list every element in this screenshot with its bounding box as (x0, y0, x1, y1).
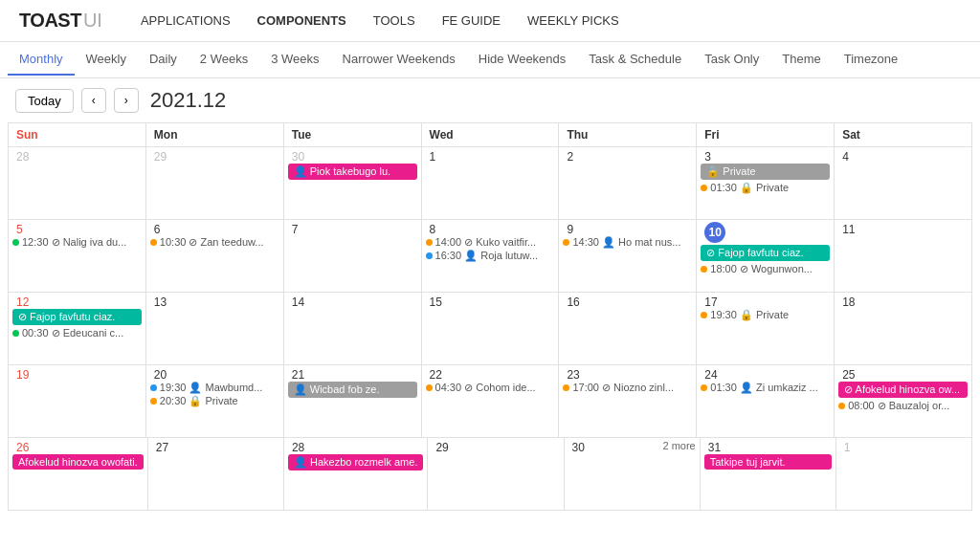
table-row[interactable]: 26 Afokelud hinozva owofati. (9, 438, 148, 511)
tab-monthly[interactable]: Monthly (8, 44, 75, 76)
date-num: 19 (12, 366, 33, 383)
event[interactable]: 🔒 Private (701, 164, 830, 180)
table-row[interactable]: 7 (284, 220, 422, 293)
table-row[interactable]: 22 04:30 ⊘ Cohom ide... (422, 365, 560, 438)
table-row[interactable]: 10 ⊘ Fajop favfutu ciaz. 18:00 ⊘ Wogunwo… (697, 220, 835, 293)
date-num: 14 (288, 294, 308, 311)
nav-fe-guide[interactable]: FE GUIDE (442, 13, 501, 28)
tab-timezone[interactable]: Timezone (833, 44, 910, 76)
nav-applications[interactable]: APPLICATIONS (141, 13, 231, 28)
table-row[interactable]: 29 (428, 438, 564, 511)
event[interactable]: ⊘ Fajop favfutu ciaz. (701, 245, 830, 261)
today-button[interactable]: Today (15, 89, 74, 113)
nav-weekly-picks[interactable]: WEEKLY PICKS (527, 13, 619, 28)
tab-daily[interactable]: Daily (138, 44, 189, 76)
date-num: 30 (288, 148, 308, 165)
table-row[interactable]: 3 🔒 Private 01:30 🔒 Private (697, 147, 835, 220)
date-num: 1 (426, 148, 440, 165)
date-num: 7 (288, 221, 302, 238)
table-row[interactable]: 14 (284, 293, 422, 365)
cal-title: 2021.12 (150, 88, 227, 113)
table-row[interactable]: 23 17:00 ⊘ Niozno zinl... (559, 365, 697, 438)
logo: TOAST UI (19, 10, 102, 32)
nav-components[interactable]: COMPONENTS (257, 13, 346, 28)
table-row[interactable]: 2 (559, 147, 697, 220)
table-row[interactable]: 11 (835, 220, 972, 293)
day-headers: Sun Mon Tue Wed Thu Fri Sat (8, 122, 972, 147)
nav-tools[interactable]: TOOLS (373, 13, 415, 28)
week-row-4: 19 20 19:30 👤 Mawbumd... 20:30 🔒 Private… (8, 365, 972, 438)
week-row-1: 28 29 30 👤 Piok takebugo lu. 1 2 3 🔒 Pri… (8, 147, 972, 220)
table-row[interactable]: 5 12:30 ⊘ Nalig iva du... (9, 220, 146, 293)
table-row[interactable]: 25 ⊘ Afokelud hinozva ow... 08:00 ⊘ Bauz… (835, 365, 972, 438)
header-thu: Thu (559, 123, 697, 147)
table-row[interactable]: 20 19:30 👤 Mawbumd... 20:30 🔒 Private (146, 365, 284, 438)
date-num: 15 (426, 294, 446, 311)
nav-links: APPLICATIONS COMPONENTS TOOLS FE GUIDE W… (141, 13, 619, 28)
event-dot: 16:30 👤 Roja lutuw... (426, 250, 555, 262)
date-num: 29 (432, 439, 452, 456)
more-events-link[interactable]: 2 more (662, 440, 695, 451)
date-num: 2 (563, 148, 577, 165)
date-num: 25 (838, 366, 858, 383)
tab-task-schedule[interactable]: Task & Schedule (577, 44, 693, 76)
event[interactable]: ⊘ Afokelud hinozva ow... (838, 382, 968, 398)
cal-header: Today ‹ › 2021.12 (0, 78, 980, 122)
table-row[interactable]: 12 ⊘ Fajop favfutu ciaz. 00:30 ⊘ Edeucan… (9, 293, 146, 365)
event[interactable]: Tatkipe tuj jarvit. (704, 454, 832, 470)
table-row[interactable]: 13 (146, 293, 284, 365)
table-row[interactable]: 17 19:30 🔒 Private (697, 293, 835, 365)
event[interactable]: 👤 Piok takebugo lu. (288, 164, 417, 180)
table-row[interactable]: 24 01:30 👤 Zi umkaziz ... (697, 365, 835, 438)
event-dot: 08:00 ⊘ Bauzaloj or... (838, 400, 968, 412)
table-row[interactable]: 16 (559, 293, 697, 365)
tab-narrower-weekends[interactable]: Narrower Weekends (331, 44, 467, 76)
table-row[interactable]: 6 10:30 ⊘ Zan teeduw... (146, 220, 284, 293)
event[interactable]: Afokelud hinozva owofati. (12, 454, 144, 470)
date-num: 26 (12, 439, 33, 456)
week-row-3: 12 ⊘ Fajop favfutu ciaz. 00:30 ⊘ Edeucan… (8, 293, 972, 365)
date-num: 3 (701, 148, 715, 165)
week-row-2: 5 12:30 ⊘ Nalig iva du... 6 10:30 ⊘ Zan … (8, 220, 972, 293)
event-dot: 10:30 ⊘ Zan teeduw... (150, 236, 279, 249)
table-row[interactable]: 1 (836, 438, 972, 511)
table-row[interactable]: 29 (146, 147, 284, 220)
header-sat: Sat (835, 123, 972, 147)
header-wed: Wed (422, 123, 560, 147)
tab-3weeks[interactable]: 3 Weeks (259, 44, 330, 76)
table-row[interactable]: 28 👤 Hakezbo rozmelk ame. (284, 438, 429, 511)
logo-ui: UI (83, 10, 102, 32)
tab-weekly[interactable]: Weekly (75, 44, 138, 76)
event[interactable]: 👤 Wicbad fob ze. (288, 382, 417, 398)
week-row-5: 26 Afokelud hinozva owofati. 27 28 👤 Hak… (8, 438, 972, 511)
table-row[interactable]: 21 👤 Wicbad fob ze. (284, 365, 422, 438)
event-dot: 19:30 👤 Mawbumd... (150, 382, 279, 394)
event-dot: 12:30 ⊘ Nalig iva du... (12, 236, 142, 249)
tab-theme[interactable]: Theme (770, 44, 832, 76)
date-num: 11 (838, 221, 858, 238)
date-num: 12 (12, 294, 33, 311)
table-row[interactable]: 15 (422, 293, 560, 365)
table-row[interactable]: 19 (9, 365, 146, 438)
tab-task-only[interactable]: Task Only (693, 44, 770, 76)
next-month-button[interactable]: › (114, 88, 139, 113)
table-row[interactable]: 4 (835, 147, 972, 220)
table-row[interactable]: 9 14:30 👤 Ho mat nus... (559, 220, 697, 293)
tab-hide-weekends[interactable]: Hide Weekends (467, 44, 578, 76)
table-row[interactable]: 30 2 more (565, 438, 701, 511)
event-dot: 04:30 ⊘ Cohom ide... (426, 382, 555, 394)
tab-2weeks[interactable]: 2 Weeks (189, 44, 259, 76)
table-row[interactable]: 30 👤 Piok takebugo lu. (284, 147, 422, 220)
table-row[interactable]: 28 (9, 147, 146, 220)
prev-month-button[interactable]: ‹ (81, 88, 106, 113)
sub-nav: Monthly Weekly Daily 2 Weeks 3 Weeks Nar… (0, 42, 980, 78)
event[interactable]: ⊘ Fajop favfutu ciaz. (12, 309, 142, 325)
table-row[interactable]: 1 (422, 147, 560, 220)
event[interactable]: 👤 Hakezbo rozmelk ame. (288, 454, 424, 470)
table-row[interactable]: 8 14:00 ⊘ Kuko vaitfir... 16:30 👤 Roja l… (422, 220, 560, 293)
table-row[interactable]: 31 Tatkipe tuj jarvit. (701, 438, 836, 511)
table-row[interactable]: 18 (835, 293, 972, 365)
date-num: 28 (12, 148, 33, 165)
event-dot: 14:00 ⊘ Kuko vaitfir... (426, 236, 555, 249)
table-row[interactable]: 27 (148, 438, 284, 511)
